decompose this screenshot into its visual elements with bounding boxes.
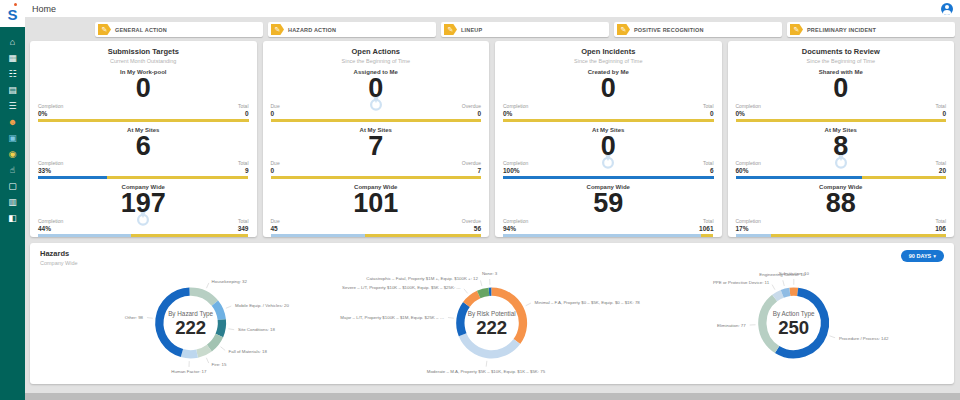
- segment-label: Major – L/T, Property $100K – $1M, Equip…: [341, 315, 445, 320]
- lightbulb-icon[interactable]: ◉: [8, 149, 17, 159]
- donut-segment[interactable]: [762, 298, 777, 350]
- stat-label: Completion: [503, 218, 528, 224]
- stat-value: 0: [703, 110, 714, 117]
- window-bottom-strip: [25, 393, 960, 400]
- stat-right: Total 0: [935, 103, 946, 117]
- stat-label: Due: [271, 103, 280, 109]
- user-icon[interactable]: ☻: [8, 117, 17, 127]
- quick-action-label: PRELIMINARY INCIDENT: [807, 27, 876, 33]
- leader-line: [772, 285, 775, 290]
- progress-bar: [503, 234, 714, 237]
- leader-line: [221, 347, 226, 351]
- monitor-icon[interactable]: ▣: [8, 133, 17, 143]
- metric-cards: Submission Targets Current Month Outstan…: [30, 41, 954, 237]
- home-icon[interactable]: ⌂: [8, 37, 17, 47]
- folder-icon[interactable]: ▤: [8, 85, 17, 95]
- pencil-icon: ✎: [790, 24, 803, 35]
- stat-value: 94%: [503, 225, 528, 232]
- donut-segment[interactable]: [182, 353, 197, 354]
- quick-action-button[interactable]: ✎ HAZARD ACTION: [268, 22, 436, 37]
- metric-value: 59: [503, 190, 714, 218]
- stat-left: Completion 33%: [38, 160, 63, 174]
- donut-chart-by-hazard-type: Housekeeping: 32Mobile Equip. / Vehicles…: [40, 266, 341, 378]
- thumbs-up-icon[interactable]: ☝: [8, 165, 17, 175]
- stat-value: 7: [462, 167, 481, 174]
- stat-label: Due: [271, 160, 280, 166]
- truck-icon[interactable]: ◧: [8, 213, 17, 223]
- stat-value: 0%: [38, 110, 63, 117]
- stat-left: Completion 17%: [736, 218, 761, 232]
- leader-line: [486, 361, 487, 367]
- metric-stats: Completion 33% Total 9: [38, 160, 249, 174]
- card-subtitle: Since the Beginning of Time: [736, 58, 947, 64]
- metric-number-wrap: 0: [271, 75, 482, 103]
- segment-label: Moderate – M.A, Property $5K – $10K, Equ…: [427, 369, 546, 374]
- leader-line: [206, 283, 208, 288]
- card-title: Open Actions: [271, 47, 482, 56]
- stat-value: 20: [935, 167, 946, 174]
- document-icon[interactable]: ▢: [8, 181, 17, 191]
- stat-value: 60%: [736, 167, 761, 174]
- segment-label: PPE or Protective Device: 11: [712, 280, 769, 285]
- stat-label: Due: [271, 218, 280, 224]
- donut-segment[interactable]: [209, 336, 219, 349]
- stat-label: Completion: [736, 218, 761, 224]
- list-icon[interactable]: ☰: [8, 101, 17, 111]
- donut-segment[interactable]: [467, 294, 479, 304]
- metric-number-wrap: 59: [503, 190, 714, 218]
- app-root: S ⌂▦☷▤☰☻▣◉☝▢▥◧ Home ✎ GENERAL ACTION ✎ H…: [0, 0, 960, 400]
- metric-card: Open Incidents Since the Beginning of Ti…: [495, 41, 722, 237]
- metric-section: In My Work-pool 0 Completion 0% Total 0: [38, 69, 249, 122]
- metric-number-wrap: 88: [736, 190, 947, 218]
- metric-section: At My Sites 0 Completion 100% Total 6: [503, 127, 714, 180]
- stat-left: Completion 0%: [503, 103, 528, 117]
- metric-stats: Due 0 Overdue 7: [271, 160, 482, 174]
- user-avatar-icon[interactable]: [941, 3, 953, 15]
- stat-left: Completion 94%: [503, 218, 528, 232]
- metric-stats: Completion 0% Total 0: [503, 103, 714, 117]
- donut-segment[interactable]: [190, 292, 215, 304]
- metric-stats: Completion 0% Total 0: [38, 103, 249, 117]
- hazards-title: Hazards: [40, 249, 944, 258]
- calendar-icon[interactable]: ▦: [8, 53, 17, 63]
- donut-segment[interactable]: [461, 304, 467, 334]
- stat-value: 0: [238, 110, 249, 117]
- stat-value: 106: [935, 225, 946, 232]
- stat-value: 1061: [699, 225, 713, 232]
- quick-action-label: HAZARD ACTION: [288, 27, 336, 33]
- quick-action-label: POSITIVE RECOGNITION: [634, 27, 704, 33]
- donut-segment[interactable]: [219, 320, 222, 336]
- stat-label: Completion: [503, 103, 528, 109]
- logo-letter: S: [7, 6, 17, 23]
- stat-right: Total 6: [703, 160, 714, 174]
- quick-action-button[interactable]: ✎ PRELIMINARY INCIDENT: [787, 22, 955, 37]
- metric-card: Documents to Review Since the Beginning …: [728, 41, 955, 237]
- stat-value: 17%: [736, 225, 761, 232]
- donut-segment[interactable]: [479, 292, 489, 295]
- stat-value: 56: [462, 225, 481, 232]
- donut-segment[interactable]: [215, 303, 222, 319]
- metric-section: Company Wide 197 Completion 44% Total 34…: [38, 184, 249, 237]
- pencil-icon: ✎: [617, 24, 630, 35]
- donut-total: 250: [778, 317, 809, 338]
- stat-value: 0%: [736, 110, 761, 117]
- app-logo[interactable]: S: [0, 0, 25, 27]
- quick-action-button[interactable]: ✎ GENERAL ACTION: [95, 22, 263, 37]
- quick-action-button[interactable]: ✎ LINEUP: [441, 22, 609, 37]
- stat-right: Total 0: [703, 103, 714, 117]
- metric-number-wrap: 0: [38, 75, 249, 103]
- org-chart-icon[interactable]: ☷: [8, 69, 17, 79]
- metric-number-wrap: 8: [736, 133, 947, 161]
- printer-icon[interactable]: ▥: [8, 197, 17, 207]
- donut-chart-by-action-type: Substitution: 10Procedure / Process: 142…: [643, 266, 944, 378]
- quick-action-button[interactable]: ✎ POSITIVE RECOGNITION: [614, 22, 782, 37]
- stat-label: Completion: [736, 103, 761, 109]
- stat-left: Completion 100%: [503, 160, 528, 174]
- metric-section: Company Wide 59 Completion 94% Total 106…: [503, 184, 714, 237]
- donut-segment[interactable]: [782, 292, 790, 294]
- date-range-button[interactable]: 90 DAYS ▾: [901, 250, 944, 262]
- progress-bar: [38, 176, 249, 179]
- quick-actions: ✎ GENERAL ACTION ✎ HAZARD ACTION ✎ LINEU…: [95, 22, 955, 37]
- donut-segment[interactable]: [774, 294, 782, 298]
- donut-segment[interactable]: [197, 348, 209, 354]
